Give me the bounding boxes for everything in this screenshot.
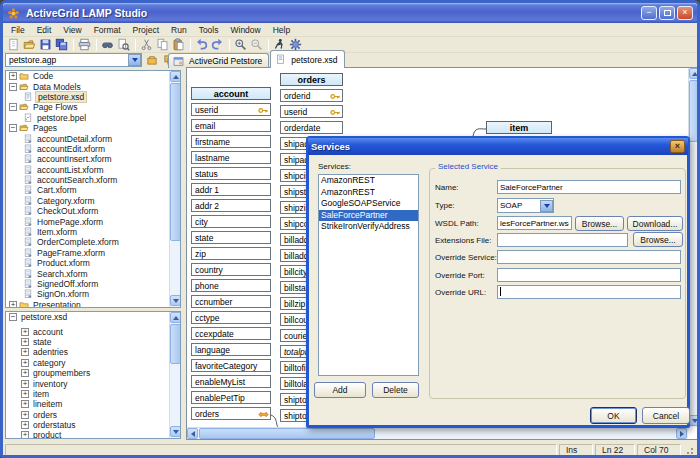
vertical-scrollbar[interactable] bbox=[169, 71, 180, 307]
tree-item-signon-xform[interactable]: SignOn.xform bbox=[6, 289, 180, 299]
scroll-up-icon[interactable] bbox=[689, 68, 700, 79]
menu-project[interactable]: Project bbox=[127, 24, 165, 36]
scroll-up-icon[interactable] bbox=[170, 312, 181, 323]
new-file-button[interactable] bbox=[6, 37, 22, 52]
service-item-strikeironverifyaddress[interactable]: StrikeIronVerifyAddress bbox=[319, 221, 418, 233]
entity-field-lastname[interactable]: lastname bbox=[191, 151, 271, 164]
dialog-close-button[interactable]: × bbox=[670, 140, 685, 153]
project-selector[interactable]: petstore.agp bbox=[5, 53, 142, 67]
ok-button[interactable]: OK bbox=[590, 407, 637, 424]
expand-icon[interactable]: + bbox=[9, 301, 17, 308]
menu-window[interactable]: Window bbox=[224, 24, 266, 36]
expand-icon[interactable]: + bbox=[21, 390, 29, 398]
tree-item-checkout-xform[interactable]: CheckOut.xform bbox=[6, 206, 180, 216]
tree-item-presentation[interactable]: +Presentation bbox=[6, 300, 180, 308]
maximize-button[interactable] bbox=[659, 6, 675, 20]
expand-icon[interactable]: + bbox=[21, 359, 29, 367]
entity-field-orderid[interactable]: orderid bbox=[280, 89, 343, 102]
entity-field-cctype[interactable]: cctype bbox=[191, 311, 271, 324]
entity-field-addr-1[interactable]: addr 1 bbox=[191, 183, 271, 196]
tree-item-category[interactable]: +category bbox=[6, 358, 180, 368]
tree-item-petstore-bpel[interactable]: petstore.bpel bbox=[6, 113, 180, 123]
tree-item-groupmembers[interactable]: +groupmembers bbox=[6, 368, 180, 378]
service-item-amazonrest[interactable]: AmazonREST bbox=[319, 175, 418, 187]
tree-item-orders[interactable]: +orders bbox=[6, 410, 180, 420]
expand-icon[interactable]: + bbox=[21, 380, 29, 388]
tree-item-homepage-xform[interactable]: HomePage.xform bbox=[6, 216, 180, 226]
menu-tools[interactable]: Tools bbox=[193, 24, 225, 36]
expand-icon[interactable]: + bbox=[21, 348, 29, 356]
diagram-hscroll-thumb[interactable] bbox=[199, 428, 375, 439]
collapse-icon[interactable]: − bbox=[9, 83, 17, 91]
scroll-down-icon[interactable] bbox=[170, 426, 181, 437]
menu-edit[interactable]: Edit bbox=[31, 24, 58, 36]
tab-petstore-xsd[interactable]: petstore.xsd bbox=[270, 50, 344, 68]
expand-icon[interactable]: + bbox=[21, 369, 29, 377]
expand-icon[interactable]: + bbox=[21, 400, 29, 408]
entity-field-enablepettip[interactable]: enablePetTip bbox=[191, 391, 271, 404]
scroll-down-icon[interactable] bbox=[170, 295, 181, 306]
entity-field-city[interactable]: city bbox=[191, 215, 271, 228]
override-url-field[interactable] bbox=[497, 285, 681, 299]
find-in-files-button[interactable] bbox=[116, 37, 132, 52]
expand-icon[interactable]: + bbox=[21, 421, 29, 429]
entity-field-country[interactable]: country bbox=[191, 263, 271, 276]
service-item-saleforcepartner[interactable]: SaleForcePartner bbox=[319, 210, 418, 222]
tree-item-accountsearch-xform[interactable]: accountSearch.xform bbox=[6, 175, 180, 185]
services-listbox[interactable]: AmazonRESTAmazonRESTGoogleSOAPServiceSal… bbox=[318, 174, 419, 376]
entity-field-zip[interactable]: zip bbox=[191, 247, 271, 260]
extensions-file-field[interactable] bbox=[497, 233, 628, 247]
entity-field-enablemylist[interactable]: enableMyList bbox=[191, 375, 271, 388]
wsdl-path-field[interactable] bbox=[497, 216, 572, 230]
vertical-scrollbar[interactable] bbox=[169, 312, 180, 438]
tab-activegrid-petstore[interactable]: ActiveGrid Petstore bbox=[168, 53, 269, 68]
tree-item-data-models[interactable]: −Data Models bbox=[6, 81, 180, 91]
print-button[interactable] bbox=[77, 37, 93, 52]
service-item-amazonrest[interactable]: AmazonREST bbox=[319, 187, 418, 199]
tree-item-accountlist-xform[interactable]: accountList.xform bbox=[6, 165, 180, 175]
diagram-horizontal-scrollbar[interactable] bbox=[187, 427, 688, 439]
tree-item-signedoff-xform[interactable]: SignedOff.xform bbox=[6, 279, 180, 289]
tree-item-pageframe-xform[interactable]: PageFrame.xform bbox=[6, 248, 180, 258]
scroll-down-icon[interactable] bbox=[689, 415, 700, 426]
entity-field-firstname[interactable]: firstname bbox=[191, 135, 271, 148]
tree-item-ordercomplete-xform[interactable]: OrderComplete.xform bbox=[6, 237, 180, 247]
menu-view[interactable]: View bbox=[57, 24, 87, 36]
cancel-button[interactable]: Cancel bbox=[642, 407, 690, 424]
find-button[interactable] bbox=[100, 37, 116, 52]
tree-item-inventory[interactable]: +inventory bbox=[6, 378, 180, 388]
service-item-googlesoapservice[interactable]: GoogleSOAPService bbox=[319, 198, 418, 210]
diagram-vscroll-thumb[interactable] bbox=[689, 80, 700, 142]
tree-item-code[interactable]: +Code bbox=[6, 71, 180, 81]
entity-field-favoritecategory[interactable]: favoriteCategory bbox=[191, 359, 271, 372]
expand-icon[interactable]: + bbox=[21, 328, 29, 336]
tree-item-lineitem[interactable]: +lineitem bbox=[6, 399, 180, 409]
entity-field-orderdate[interactable]: orderdate bbox=[280, 121, 343, 134]
tree-item-state[interactable]: +state bbox=[6, 337, 180, 347]
wsdl-download-button[interactable]: Download... bbox=[627, 216, 683, 231]
cut-button[interactable] bbox=[139, 37, 155, 52]
entity-field-addr-2[interactable]: addr 2 bbox=[191, 199, 271, 212]
tree-item-orderstatus[interactable]: +orderstatus bbox=[6, 420, 180, 430]
entity-table-header[interactable]: orders bbox=[280, 73, 343, 86]
entity-field-userid[interactable]: userid bbox=[280, 105, 343, 118]
collapse-icon[interactable]: − bbox=[9, 124, 17, 132]
collapse-icon[interactable]: − bbox=[9, 313, 17, 321]
save-button[interactable] bbox=[38, 37, 54, 52]
tree-item-product[interactable]: +product bbox=[6, 430, 180, 439]
entity-field-ccexpdate[interactable]: ccexpdate bbox=[191, 327, 271, 340]
type-select[interactable]: SOAP bbox=[497, 198, 554, 213]
tree-item-petstore-xsd[interactable]: −petstore.xsd bbox=[6, 312, 180, 322]
expand-icon[interactable]: + bbox=[9, 72, 17, 80]
tree-item-accountinsert-xform[interactable]: accountInsert.xform bbox=[6, 154, 180, 164]
resize-grip[interactable] bbox=[683, 444, 695, 456]
menu-format[interactable]: Format bbox=[88, 24, 127, 36]
tree-item-item[interactable]: +item bbox=[6, 389, 180, 399]
tree-item-account[interactable]: +account bbox=[6, 326, 180, 336]
tree-item-category-xform[interactable]: Category.xform bbox=[6, 196, 180, 206]
expand-icon[interactable]: + bbox=[21, 338, 29, 346]
tree-item-petstore-xsd[interactable]: petstore.xsd bbox=[6, 92, 180, 102]
tree-item-cart-xform[interactable]: Cart.xform bbox=[6, 185, 180, 195]
tree-item-pages[interactable]: −Pages bbox=[6, 123, 180, 133]
delete-button[interactable]: Delete bbox=[372, 382, 419, 398]
